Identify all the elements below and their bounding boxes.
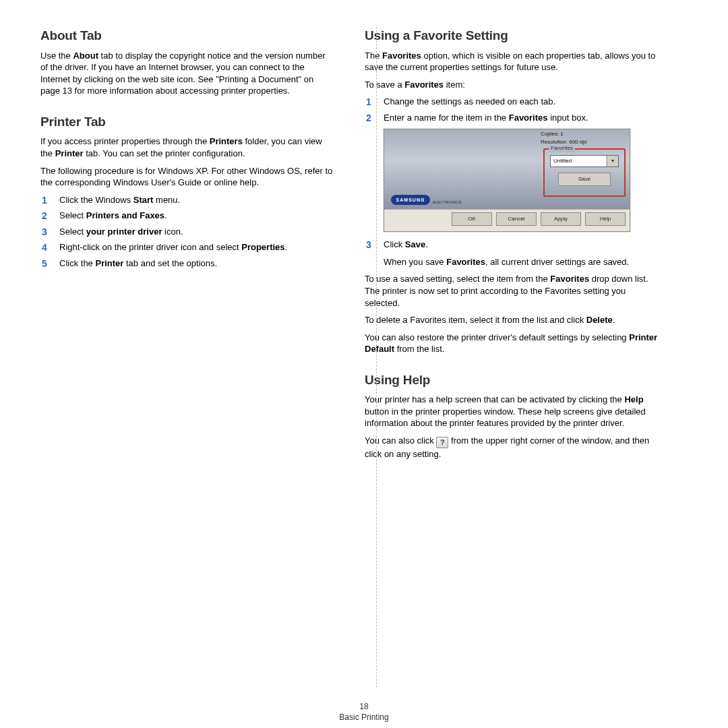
favorites-legend: Favorites bbox=[549, 145, 575, 152]
text: input box. bbox=[548, 113, 588, 123]
samsung-logo: SAMSUNGELECTRONICS bbox=[391, 193, 462, 205]
favorite-steps-1: 1Change the settings as needed on each t… bbox=[365, 96, 658, 123]
bold-text: Printers bbox=[210, 136, 243, 146]
save-button[interactable]: Save bbox=[558, 173, 611, 186]
text: item: bbox=[444, 80, 465, 90]
question-icon[interactable]: ? bbox=[436, 437, 448, 448]
bold-text: Favorites bbox=[509, 113, 548, 123]
text: button in the printer properties window.… bbox=[365, 406, 646, 429]
text: Right-click on the printer driver icon a… bbox=[59, 242, 241, 252]
printer-tab-steps: 1Click the Windows Start menu. 2Select P… bbox=[40, 194, 334, 270]
bold-text: About bbox=[73, 51, 98, 61]
step-number: 3 bbox=[42, 226, 47, 239]
text: . bbox=[425, 239, 428, 249]
bold-text: Help bbox=[624, 394, 643, 404]
help-button[interactable]: Help bbox=[585, 212, 626, 226]
section-name: Basic Printing bbox=[0, 712, 728, 723]
step-number: 1 bbox=[366, 96, 371, 109]
favorite-body-3: To use a saved setting, select the item … bbox=[365, 273, 658, 309]
text: , all current driver settings are saved. bbox=[485, 257, 629, 267]
help-body-2: You can also click ? from the upper righ… bbox=[365, 435, 658, 460]
ok-button[interactable]: OK bbox=[452, 212, 492, 226]
list-item: 3Click Save. bbox=[365, 239, 658, 251]
text: To use a saved setting, select the item … bbox=[365, 274, 550, 284]
heading-about-tab: About Tab bbox=[40, 27, 334, 44]
text: If you access printer properties through… bbox=[40, 136, 210, 146]
favorites-dropdown[interactable]: Untitled ▼ bbox=[550, 155, 619, 167]
about-tab-body: Use the About tab to display the copyrig… bbox=[40, 50, 334, 97]
step-number: 4 bbox=[42, 241, 47, 254]
text: To delete a Favorites item, select it fr… bbox=[365, 315, 586, 325]
bold-text: Favorites bbox=[382, 51, 421, 61]
text: You can also restore the printer driver'… bbox=[365, 332, 629, 342]
text: Click bbox=[384, 239, 405, 249]
bold-text: your printer driver bbox=[86, 226, 162, 237]
favorites-dropdown-value: Untitled bbox=[551, 156, 606, 166]
favorite-body-2: To save a Favorites item: bbox=[365, 79, 658, 91]
step-number: 1 bbox=[42, 194, 47, 207]
step-number: 2 bbox=[366, 112, 371, 125]
text: To save a bbox=[365, 80, 404, 90]
bold-text: Delete bbox=[586, 315, 613, 325]
list-item: 2Enter a name for the item in the Favori… bbox=[365, 112, 658, 124]
column-divider bbox=[376, 27, 377, 688]
text: menu. bbox=[153, 195, 180, 205]
dialog-body: Copies: 1 Resolution: 600 dpi Favorites … bbox=[384, 129, 630, 210]
step3-sub: When you save Favorites, all current dri… bbox=[365, 256, 658, 268]
favorites-group-highlight: Favorites Untitled ▼ Save bbox=[543, 148, 626, 197]
text: When you save bbox=[384, 257, 446, 267]
bold-text: Properties bbox=[241, 242, 284, 252]
help-body-1: Your printer has a help screen that can … bbox=[365, 394, 658, 429]
cancel-button[interactable]: Cancel bbox=[496, 212, 537, 226]
copies-label: Copies: 1 bbox=[541, 131, 564, 138]
properties-dialog-figure: Copies: 1 Resolution: 600 dpi Favorites … bbox=[384, 129, 630, 232]
bold-text: Favorites bbox=[446, 257, 485, 267]
text: from the list. bbox=[394, 344, 444, 354]
apply-button[interactable]: Apply bbox=[541, 212, 581, 226]
list-item: 1Click the Windows Start menu. bbox=[40, 194, 334, 206]
bold-text: Printers and Faxes bbox=[86, 210, 164, 220]
text: Your printer has a help screen that can … bbox=[365, 394, 624, 404]
list-item: 1Change the settings as needed on each t… bbox=[365, 96, 658, 108]
text: Enter a name for the item in the bbox=[384, 113, 509, 123]
step-number: 2 bbox=[42, 210, 47, 222]
bold-text: Start bbox=[133, 195, 154, 205]
printer-tab-body-1: If you access printer properties through… bbox=[40, 135, 334, 159]
list-item: 2Select Printers and Faxes. bbox=[40, 210, 334, 222]
logo-text: SAMSUNG bbox=[391, 195, 430, 205]
page-number: 18 bbox=[0, 701, 728, 712]
text: tab. You can set the printer configurati… bbox=[84, 148, 245, 158]
page-footer: 18 Basic Printing bbox=[0, 701, 728, 723]
step-number: 3 bbox=[366, 239, 371, 251]
text: Click the Windows bbox=[59, 195, 133, 205]
text: Use the bbox=[40, 51, 73, 61]
text: . bbox=[164, 210, 167, 220]
list-item: 4Right-click on the printer driver icon … bbox=[40, 241, 334, 253]
favorite-body-1: The Favorites option, which is visible o… bbox=[365, 50, 658, 73]
text: Select bbox=[59, 210, 86, 220]
chevron-down-icon[interactable]: ▼ bbox=[607, 156, 618, 166]
bold-text: Printer bbox=[55, 148, 84, 158]
bold-text: Favorites bbox=[404, 80, 444, 90]
heading-using-help: Using Help bbox=[365, 371, 658, 389]
text: tab and set the options. bbox=[123, 258, 217, 268]
step-number: 5 bbox=[42, 257, 47, 270]
printer-tab-body-2: The following procedure is for Windows X… bbox=[40, 165, 334, 189]
bold-text: Printer bbox=[95, 258, 123, 268]
right-column: Using a Favorite Setting The Favorites o… bbox=[365, 27, 658, 715]
text: . bbox=[613, 315, 615, 325]
dialog-button-row: OK Cancel Apply Help bbox=[384, 210, 630, 231]
text: The bbox=[365, 51, 382, 61]
text: Click the bbox=[59, 258, 95, 268]
favorite-body-5: You can also restore the printer driver'… bbox=[365, 332, 658, 355]
text: Change the settings as needed on each ta… bbox=[384, 96, 555, 107]
left-column: About Tab Use the About tab to display t… bbox=[40, 27, 334, 715]
text: . bbox=[285, 242, 288, 252]
text: You can also click bbox=[365, 435, 436, 446]
heading-printer-tab: Printer Tab bbox=[40, 113, 334, 131]
text: icon. bbox=[162, 226, 183, 237]
list-item: 5Click the Printer tab and set the optio… bbox=[40, 257, 334, 270]
favorite-steps-2: 3Click Save. bbox=[365, 239, 658, 251]
heading-favorite-setting: Using a Favorite Setting bbox=[365, 27, 658, 44]
bold-text: Favorites bbox=[550, 274, 589, 284]
